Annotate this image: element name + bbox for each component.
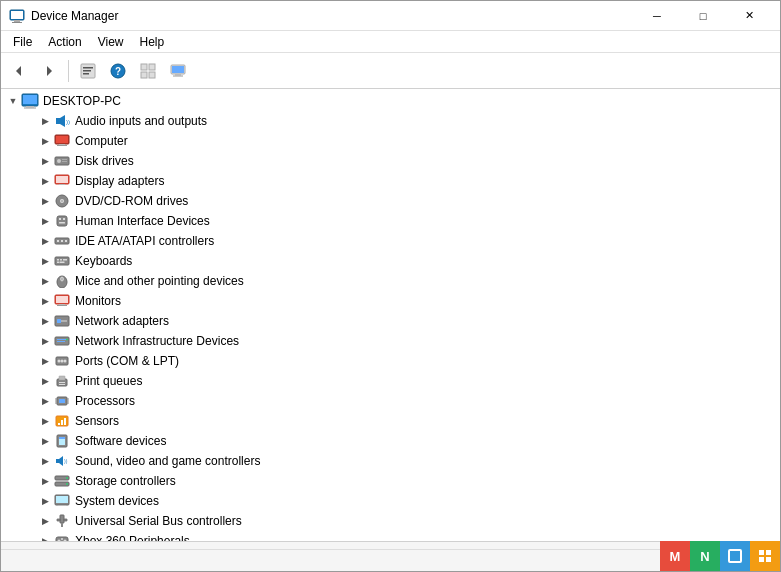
list-item[interactable]: ▶ Print queues [1, 371, 780, 391]
menu-view[interactable]: View [90, 33, 132, 51]
toolbar: ? [1, 53, 780, 89]
list-item[interactable]: ▶ Network adapters [1, 311, 780, 331]
svg-rect-13 [149, 64, 155, 70]
list-item[interactable]: ▶ Monitors [1, 291, 780, 311]
tree-root[interactable]: ▼ DESKTOP-PC [1, 91, 780, 111]
list-item[interactable]: ▶ Ports (COM & LPT) [1, 351, 780, 371]
close-button[interactable]: ✕ [726, 1, 772, 31]
list-item[interactable]: ▶ Xbox 360 Peripherals [1, 531, 780, 541]
list-item[interactable]: ▶ System devices [1, 491, 780, 511]
item-label: Display adapters [75, 174, 164, 188]
list-item[interactable]: ▶ Network Infrastructure Devices [1, 331, 780, 351]
svg-rect-62 [57, 305, 67, 306]
svg-rect-64 [57, 319, 61, 323]
list-item[interactable]: ▶ Universal Serial Bus controllers [1, 511, 780, 531]
minimize-button[interactable]: ─ [634, 1, 680, 31]
svg-rect-42 [59, 218, 61, 220]
list-item[interactable]: ▶ Software devices [1, 431, 780, 451]
taskbar-icon-n[interactable]: N [690, 541, 720, 571]
item-chevron: ▶ [37, 253, 53, 269]
svg-marker-4 [16, 66, 21, 76]
svg-rect-3 [11, 11, 23, 19]
item-chevron: ▶ [37, 133, 53, 149]
item-chevron: ▶ [37, 273, 53, 289]
list-item[interactable]: ▶ Storage controllers [1, 471, 780, 491]
list-item[interactable]: ▶ Computer [1, 131, 780, 151]
svg-point-110 [61, 538, 63, 540]
device-tree[interactable]: ▼ DESKTOP-PC ▶ )) Audio inputs and outpu… [1, 89, 780, 541]
list-item[interactable]: ▶ Processors [1, 391, 780, 411]
maximize-button[interactable]: □ [680, 1, 726, 31]
svg-rect-92 [59, 437, 65, 439]
item-chevron: ▶ [37, 413, 53, 429]
svg-rect-22 [26, 106, 34, 108]
mouse-icon [53, 273, 71, 289]
svg-rect-19 [173, 75, 183, 76]
root-chevron: ▼ [5, 93, 21, 109]
storage-icon [53, 473, 71, 489]
list-item[interactable]: ▶ Display adapters [1, 171, 780, 191]
hid-icon [53, 213, 71, 229]
toolbar-grid-button[interactable] [134, 57, 162, 85]
taskbar-icon-blue[interactable] [720, 541, 750, 571]
processor-icon [53, 393, 71, 409]
menu-file[interactable]: File [5, 33, 40, 51]
toolbar-help-button[interactable]: ? [104, 57, 132, 85]
list-item[interactable]: ▶ Keyboards [1, 251, 780, 271]
svg-marker-5 [47, 66, 52, 76]
item-label: Software devices [75, 434, 166, 448]
svg-rect-46 [57, 240, 59, 242]
svg-rect-2 [12, 22, 22, 23]
taskbar-icon-m[interactable]: M [660, 541, 690, 571]
toolbar-monitor-button[interactable] [164, 57, 192, 85]
menu-action[interactable]: Action [40, 33, 89, 51]
list-item[interactable]: ▶ )) Audio inputs and outputs [1, 111, 780, 131]
display-icon [53, 173, 71, 189]
svg-rect-14 [141, 72, 147, 78]
toolbar-properties-button[interactable] [74, 57, 102, 85]
svg-rect-24 [56, 118, 60, 124]
item-label: Disk drives [75, 154, 134, 168]
svg-text:?: ? [115, 66, 121, 77]
svg-rect-43 [63, 218, 65, 220]
item-label: Computer [75, 134, 128, 148]
item-label: Monitors [75, 294, 121, 308]
svg-rect-101 [56, 496, 68, 503]
svg-rect-112 [729, 550, 741, 562]
item-label: DVD/CD-ROM drives [75, 194, 188, 208]
item-chevron: ▶ [37, 313, 53, 329]
svg-rect-76 [59, 382, 65, 383]
device-manager-window: Device Manager ─ □ ✕ File Action View He… [0, 0, 781, 572]
toolbar-back-button[interactable] [5, 57, 33, 85]
svg-rect-55 [65, 259, 67, 261]
item-chevron: ▶ [37, 193, 53, 209]
audio-icon: )) [53, 113, 71, 129]
list-item[interactable]: ▶ DVD/CD-ROM drives [1, 191, 780, 211]
item-label: Print queues [75, 374, 142, 388]
svg-rect-77 [59, 384, 65, 385]
title-bar: Device Manager ─ □ ✕ [1, 1, 780, 31]
network-infra-icon [53, 333, 71, 349]
list-item[interactable]: ▶ Disk drives [1, 151, 780, 171]
svg-point-40 [61, 200, 63, 202]
ports-icon [53, 353, 71, 369]
item-label: Ports (COM & LPT) [75, 354, 179, 368]
list-item[interactable]: ▶ Mice and other pointing devices [1, 271, 780, 291]
item-chevron: ▶ [37, 233, 53, 249]
list-item[interactable]: ▶ )) Sound, video and game controllers [1, 451, 780, 471]
list-item[interactable]: ▶ Sensors [1, 411, 780, 431]
taskbar-icon-orange[interactable] [750, 541, 780, 571]
list-item[interactable]: ▶ IDE ATA/ATAPI controllers [1, 231, 780, 251]
item-label: Audio inputs and outputs [75, 114, 207, 128]
svg-rect-102 [58, 505, 66, 506]
item-chevron: ▶ [37, 533, 53, 541]
svg-rect-93 [56, 459, 59, 463]
menu-help[interactable]: Help [132, 33, 173, 51]
svg-point-32 [57, 159, 61, 163]
toolbar-forward-button[interactable] [35, 57, 63, 85]
svg-rect-60 [56, 296, 68, 303]
item-chevron: ▶ [37, 473, 53, 489]
svg-point-99 [66, 483, 68, 485]
list-item[interactable]: ▶ Human Interface Devices [1, 211, 780, 231]
sound-icon: )) [53, 453, 71, 469]
